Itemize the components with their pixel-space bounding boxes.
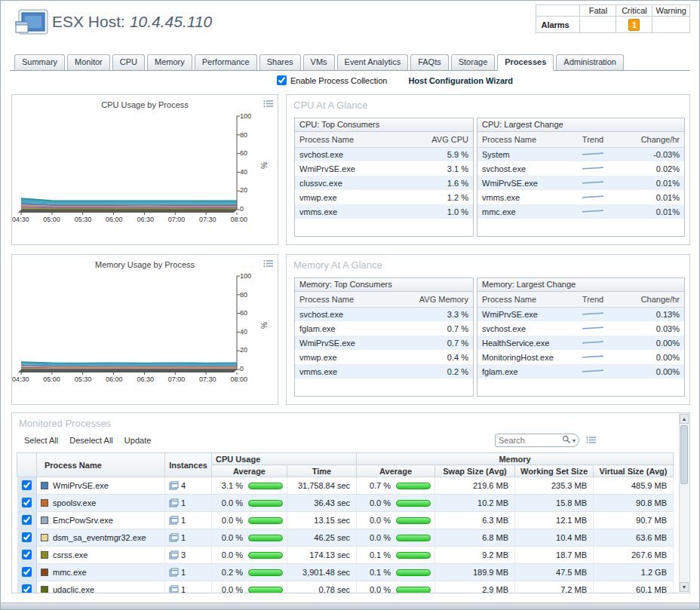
cpu-usage-bar (248, 483, 283, 489)
cpu-usage-bar (248, 500, 283, 507)
tab[interactable]: Monitor (67, 54, 110, 70)
tab[interactable]: FAQts (410, 54, 449, 70)
process-name: spoolsv.exe (53, 498, 96, 507)
column-header-time[interactable]: Time (287, 465, 357, 477)
process-row: EmcPowSrv.exe 1 0.0 % 13.15 sec 0.0 % 6.… (17, 512, 674, 529)
process-name: svchost.exe (477, 161, 570, 176)
table-row: mmc.exe 0.01% (477, 204, 684, 219)
cpu-usage-bar (248, 552, 283, 559)
column-header-instances[interactable]: Instances (165, 453, 212, 477)
deselect-all-button[interactable]: Deselect All (69, 436, 112, 445)
column-header-mem-average[interactable]: Average (357, 465, 435, 477)
process-table: Process Name Instances CPU Usage Memory … (17, 452, 674, 593)
table-row: vmms.exe 0.01% (477, 190, 684, 204)
column-header-working-set[interactable]: Working Set Size (515, 465, 594, 477)
y-axis-label: 80 (240, 131, 251, 139)
search-options-caret-icon[interactable]: ▾ (573, 437, 576, 444)
scroll-down-button[interactable]: ▼ (680, 582, 689, 592)
process-row-checkbox[interactable] (22, 532, 32, 542)
column-header-process-name[interactable]: Process Name (37, 453, 165, 477)
column-header-swap-size[interactable]: Swap Size (Avg) (435, 465, 515, 477)
search-box: ▾ (495, 434, 579, 447)
change-per-hr-value: -0.03% (616, 147, 684, 161)
process-name-cell: EmcPowSrv.exe (37, 512, 165, 529)
table-row: vmwp.exe 0.4 % (295, 350, 473, 364)
cpu-average-value: 0.0 % (217, 533, 243, 542)
memory-average-cell: 0.0 % (357, 529, 435, 547)
tab[interactable]: Administration (556, 54, 624, 70)
tab[interactable]: Processes (497, 54, 554, 71)
swap-size-value: 9.2 MB (435, 547, 515, 564)
process-row: spoolsv.exe 1 0.0 % 36.43 sec 0.0 % 10.2… (17, 495, 674, 512)
table-row: svchost.exe 0.03% (477, 321, 684, 336)
esx-host-page: ESX Host:10.4.45.110 Fatal Critical Warn… (0, 0, 700, 610)
enable-process-collection-checkbox[interactable] (277, 75, 287, 85)
tab-bar: SummaryMonitorCPUMemoryPerformanceShares… (10, 54, 690, 71)
memory-usage-bar (396, 535, 431, 541)
working-set-value: 7.2 MB (515, 581, 594, 593)
column-header-change-hr: Change/hr (616, 132, 684, 147)
memory-usage-area-chart (18, 271, 244, 377)
virtual-size-value: 267.6 MB (594, 547, 674, 564)
tab[interactable]: Memory (147, 54, 192, 70)
memory-average-cell: 0.1 % (357, 564, 435, 581)
avg-cpu-value: 3.1 % (408, 161, 473, 176)
series-color-swatch (41, 517, 48, 524)
alarms-summary: Fatal Critical Warning Alarms 1 (536, 5, 690, 33)
process-row-checkbox[interactable] (22, 584, 32, 593)
tab[interactable]: Event Analytics (337, 54, 409, 70)
process-row: csrss.exe 3 0.0 % 174.13 sec 0.1 % 9.2 M… (17, 547, 674, 564)
change-per-hr-value: 0.00% (616, 364, 684, 379)
swap-size-value: 219.6 MB (435, 477, 515, 495)
cpu-time-value: 31,758.84 sec (287, 477, 357, 495)
process-row-checkbox[interactable] (22, 515, 32, 525)
vertical-scrollbar[interactable]: ▲ ▼ (679, 414, 689, 592)
process-row-checkbox[interactable] (22, 498, 32, 507)
table-options-icon[interactable] (586, 436, 596, 446)
search-icon[interactable] (562, 435, 571, 446)
select-all-button[interactable]: Select All (24, 436, 58, 445)
host-configuration-wizard-link[interactable]: Host Configuration Wizard (408, 76, 513, 85)
process-name: svchost.exe (295, 147, 408, 161)
critical-count-badge[interactable]: 1 (628, 19, 640, 31)
x-axis-label: 05:00 (43, 376, 60, 383)
avg-cpu-value: 5.9 % (408, 147, 473, 161)
tab[interactable]: CPU (112, 54, 145, 70)
process-name-cell: csrss.exe (37, 547, 165, 564)
table-row: WmiPrvSE.exe 0.01% (477, 176, 684, 190)
column-header-process-name: Process Name (295, 292, 408, 307)
process-name: HealthService.exe (477, 336, 570, 350)
table-row: svchost.exe 0.02% (477, 161, 684, 176)
y-axis-labels: 100806040200 (240, 272, 251, 372)
memory-average-value: 0.7 % (365, 481, 391, 490)
chart-options-icon[interactable] (263, 100, 273, 109)
process-row-checkbox[interactable] (22, 567, 32, 577)
tab[interactable]: Performance (195, 54, 257, 70)
table-row: HealthService.exe 0.00% (477, 336, 684, 350)
table-row: WmiPrvSE.exe 0.13% (477, 307, 684, 321)
tab[interactable]: Summary (14, 54, 65, 70)
column-header-cpu-average[interactable]: Average (212, 465, 287, 477)
group-header-memory: Memory (357, 453, 674, 465)
tab[interactable]: Shares (259, 54, 301, 70)
process-row-checkbox[interactable] (22, 550, 32, 559)
memory-average-value: 0.0 % (365, 533, 391, 542)
column-header-virtual-size[interactable]: Virtual Size (Avg) (594, 465, 674, 477)
virtual-size-value: 63.6 MB (594, 529, 674, 547)
process-name: dsm_sa_eventmgr32.exe (53, 533, 146, 542)
update-button[interactable]: Update (124, 436, 151, 445)
sub-panel-title: CPU: Top Consumers (295, 118, 473, 132)
scroll-up-button[interactable]: ▲ (680, 414, 689, 424)
x-axis-label: 07:30 (199, 216, 216, 223)
tab[interactable]: Storage (451, 54, 496, 70)
tab[interactable]: VMs (303, 54, 335, 70)
chart-options-icon[interactable] (263, 259, 273, 269)
table-row: WmiPrvSE.exe 0.7 % (295, 336, 473, 350)
process-row-checkbox[interactable] (22, 480, 32, 490)
group-header-cpu-usage: CPU Usage (212, 453, 357, 465)
esx-host-icon (14, 8, 49, 40)
scrollbar-thumb[interactable] (680, 425, 688, 484)
memory-average-value: 0.0 % (365, 585, 391, 593)
search-input[interactable] (499, 436, 562, 445)
instances-cell: 1 (165, 529, 212, 547)
